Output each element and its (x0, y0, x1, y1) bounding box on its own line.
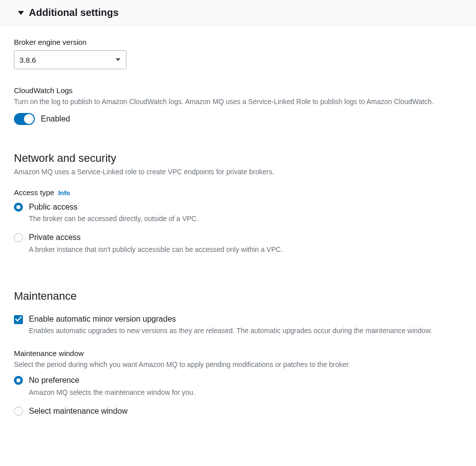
cloudwatch-description: Turn on the log to publish to Amazon Clo… (14, 97, 462, 107)
cloudwatch-toggle-row: Enabled (14, 113, 462, 125)
public-access-desc: The broker can be accessed directly, out… (29, 214, 199, 224)
radio-unselected-icon[interactable] (14, 407, 23, 416)
auto-minor-upgrades[interactable]: Enable automatic minor version upgrades … (14, 314, 462, 336)
toggle-knob-icon (24, 114, 34, 124)
check-icon (15, 316, 22, 323)
maintenance-no-preference[interactable]: No preference Amazon MQ selects the main… (14, 375, 462, 397)
auto-upgrades-desc: Enables automatic upgrades to new versio… (29, 326, 432, 336)
access-type-private[interactable]: Private access A broker instance that is… (14, 232, 462, 254)
radio-selected-icon[interactable] (14, 376, 23, 385)
radio-selected-icon[interactable] (14, 203, 23, 212)
maintenance-window-desc: Select the period during which you want … (14, 359, 462, 370)
header-title: Additional settings (29, 7, 119, 18)
maintenance-window-label: Maintenance window (14, 349, 462, 357)
additional-settings-header[interactable]: Additional settings (0, 0, 476, 26)
access-type-label-row: Access type Info (14, 188, 462, 197)
maintenance-select-window[interactable]: Select maintenance window (14, 406, 462, 417)
access-type-public[interactable]: Public access The broker can be accessed… (14, 202, 462, 224)
info-link[interactable]: Info (58, 189, 70, 197)
radio-unselected-icon[interactable] (14, 233, 23, 242)
public-access-title: Public access (29, 202, 199, 213)
broker-engine-value[interactable]: 3.8.6 (14, 50, 126, 69)
checkbox-checked-icon[interactable] (14, 315, 23, 324)
cloudwatch-heading: CloudWatch Logs (14, 86, 462, 95)
cloudwatch-toggle-label: Enabled (41, 115, 70, 123)
private-access-desc: A broker instance that isn't publicly ac… (29, 244, 283, 255)
no-preference-desc: Amazon MQ selects the maintenance window… (29, 387, 195, 398)
private-access-title: Private access (29, 232, 283, 243)
network-section-desc: Amazon MQ uses a Service-Linked role to … (14, 167, 462, 177)
no-preference-title: No preference (29, 375, 195, 386)
access-type-label: Access type (14, 188, 54, 197)
collapse-caret-icon[interactable] (18, 11, 24, 15)
broker-engine-label: Broker engine version (14, 38, 462, 46)
settings-content: Broker engine version 3.8.6 CloudWatch L… (0, 26, 476, 445)
maintenance-section-title: Maintenance (14, 290, 462, 303)
broker-engine-select[interactable]: 3.8.6 (14, 50, 126, 69)
auto-upgrades-title: Enable automatic minor version upgrades (29, 314, 432, 325)
network-section-title: Network and security (14, 152, 462, 165)
cloudwatch-toggle[interactable] (14, 113, 35, 125)
select-window-title: Select maintenance window (29, 406, 127, 417)
